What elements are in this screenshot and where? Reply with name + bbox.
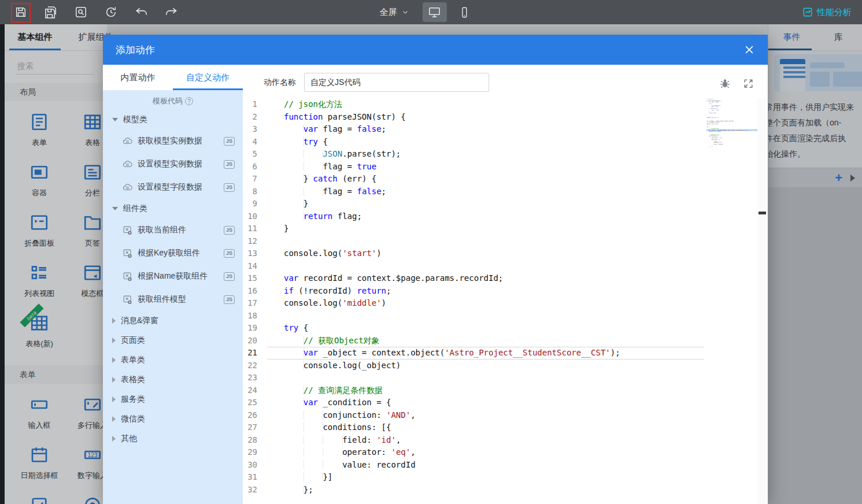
- code-line[interactable]: 11}: [243, 223, 757, 235]
- js-code-badge[interactable]: JS: [224, 137, 235, 146]
- code-line[interactable]: 6 flag = true: [243, 161, 757, 173]
- code-line[interactable]: 15var recordId = context.$page.params.re…: [243, 272, 757, 285]
- save-icon[interactable]: [14, 5, 28, 19]
- line-number: 7: [243, 173, 267, 186]
- performance-analysis-button[interactable]: 性能分析: [802, 7, 862, 18]
- tab-builtin-actions[interactable]: 内置动作: [103, 65, 173, 90]
- code-text: flag = true: [267, 161, 704, 173]
- collapse-panel-arrow-icon[interactable]: [850, 175, 855, 181]
- code-line[interactable]: 16if (!recordId) return;: [243, 285, 757, 298]
- code-line[interactable]: 12: [243, 235, 757, 248]
- component-item[interactable]: 复选按钮: [13, 494, 66, 504]
- code-line[interactable]: 3 var flag = false;: [243, 123, 757, 136]
- preview-search-icon[interactable]: [74, 5, 88, 19]
- code-line[interactable]: 19try {: [243, 322, 757, 335]
- js-code-badge[interactable]: JS: [224, 160, 235, 169]
- code-line[interactable]: 22 console.log(_object): [243, 360, 757, 372]
- code-line[interactable]: 8 flag = false;: [243, 186, 757, 198]
- tree-group[interactable]: 页面类: [103, 331, 243, 350]
- save-all-icon[interactable]: [44, 5, 58, 19]
- tree-group[interactable]: 表单类: [103, 350, 243, 370]
- component-item[interactable]: 表单: [13, 110, 66, 148]
- code-line[interactable]: 29 operator: 'eq',: [243, 446, 757, 459]
- line-number: 2: [243, 111, 267, 124]
- redo-icon[interactable]: [164, 5, 178, 19]
- component-item[interactable]: beta表格(新): [13, 312, 66, 349]
- code-line[interactable]: 20 // 获取Object对象: [243, 335, 757, 347]
- component-item[interactable]: 列表视图: [13, 261, 66, 299]
- tab-events[interactable]: 事件: [768, 24, 815, 50]
- expand-fullscreen-icon[interactable]: [741, 76, 755, 90]
- js-code-badge[interactable]: JS: [224, 183, 235, 192]
- debug-bug-icon[interactable]: [718, 76, 732, 90]
- right-panel-tabs: 事件 库: [768, 24, 862, 51]
- search-input[interactable]: [16, 58, 94, 75]
- component-item[interactable]: 输入框: [13, 393, 66, 431]
- description-line: 常用事件，供用户实现来: [768, 99, 860, 115]
- line-number: 24: [243, 384, 267, 397]
- code-line[interactable]: 26 conjunction: 'AND',: [243, 409, 757, 422]
- js-code-badge[interactable]: JS: [224, 249, 235, 258]
- code-line[interactable]: 21 var _object = context.object('Astro_P…: [243, 347, 757, 360]
- code-line[interactable]: 32 };: [243, 484, 757, 496]
- code-line[interactable]: 25 var _condition = {: [243, 396, 757, 409]
- code-line[interactable]: 4 try {: [243, 136, 757, 149]
- close-icon[interactable]: [743, 44, 755, 55]
- js-code-badge[interactable]: JS: [224, 226, 235, 235]
- code-line[interactable]: 28 field: 'id',: [243, 434, 757, 447]
- code-line[interactable]: 13console.log('start'): [243, 247, 757, 260]
- code-line[interactable]: 24 // 查询满足条件数据: [243, 384, 757, 397]
- tab-basic-components[interactable]: 基本组件: [5, 24, 65, 50]
- code-text: conjunction: 'AND',: [267, 409, 704, 422]
- code-line[interactable]: 31 }]: [243, 471, 757, 484]
- tab-library[interactable]: 库: [815, 24, 862, 50]
- help-icon[interactable]: ?: [185, 97, 193, 105]
- tree-group[interactable]: 模型类: [103, 110, 243, 129]
- undo-icon[interactable]: [134, 5, 148, 19]
- editor-scrollbar[interactable]: [757, 98, 768, 504]
- tree-group[interactable]: 服务类: [103, 390, 243, 409]
- tree-group[interactable]: 其他: [103, 429, 243, 449]
- template-panel: 内置动作 自定义动作 模板代码 ? 模型类获取模型实例数据JS设置模型实例数据J…: [103, 65, 243, 504]
- tree-group[interactable]: 表格类: [103, 370, 243, 390]
- tree-item[interactable]: 根据Key获取组件JS: [103, 242, 243, 265]
- tree-item[interactable]: 获取模型实例数据JS: [103, 129, 243, 153]
- tree-item[interactable]: 设置模型实例数据JS: [103, 153, 243, 176]
- js-code-badge[interactable]: JS: [224, 295, 235, 304]
- code-line[interactable]: 2function parseJSON(str) {: [243, 111, 757, 124]
- tree-item[interactable]: 设置模型字段数据JS: [103, 176, 243, 199]
- mobile-view-button[interactable]: [452, 2, 476, 22]
- history-icon[interactable]: [104, 5, 118, 19]
- action-name-input[interactable]: [304, 73, 489, 92]
- code-line[interactable]: 27 conditions: [{: [243, 421, 757, 434]
- code-line[interactable]: 10 return flag;: [243, 210, 757, 223]
- code-text: }: [267, 198, 704, 210]
- add-event-button[interactable]: +: [835, 172, 842, 184]
- code-line[interactable]: 23: [243, 372, 757, 384]
- code-editor[interactable]: 1// json化方法2function parseJSON(str) {3 v…: [243, 98, 757, 504]
- component-item[interactable]: 容器: [13, 161, 66, 198]
- component-item[interactable]: 折叠面板: [13, 211, 66, 249]
- code-line[interactable]: 5 JSON.parse(str);: [243, 148, 757, 161]
- code-line[interactable]: 1// json化方法: [243, 98, 757, 111]
- code-text: operator: 'eq',: [267, 446, 704, 459]
- code-line[interactable]: 14: [243, 260, 757, 273]
- component-item[interactable]: 日期选择框: [13, 443, 66, 481]
- tree-group[interactable]: 消息&弹窗: [103, 311, 243, 331]
- js-code-badge[interactable]: JS: [224, 272, 235, 281]
- code-line[interactable]: 9 }: [243, 198, 757, 210]
- code-line[interactable]: 18: [243, 310, 757, 323]
- editor-minimap[interactable]: // json化方法function parseJSON(str) { var …: [706, 98, 757, 165]
- tree-group[interactable]: 组件类: [103, 199, 243, 218]
- code-line[interactable]: 7 } catch (err) {: [243, 173, 757, 186]
- tree-group[interactable]: 微信类: [103, 409, 243, 429]
- tree-item[interactable]: 获取当前组件JS: [103, 218, 243, 242]
- tab-custom-actions[interactable]: 自定义动作: [173, 65, 243, 90]
- tree-item[interactable]: 根据Name获取组件JS: [103, 265, 243, 288]
- desktop-view-button[interactable]: [422, 2, 446, 22]
- scrollbar-cursor-marker[interactable]: [759, 212, 766, 214]
- fullscreen-dropdown[interactable]: 全屏: [379, 7, 408, 18]
- code-line[interactable]: 30 value: recordId: [243, 459, 757, 472]
- tree-item[interactable]: 获取组件模型JS: [103, 288, 243, 311]
- code-line[interactable]: 17console.log('middle'): [243, 297, 757, 310]
